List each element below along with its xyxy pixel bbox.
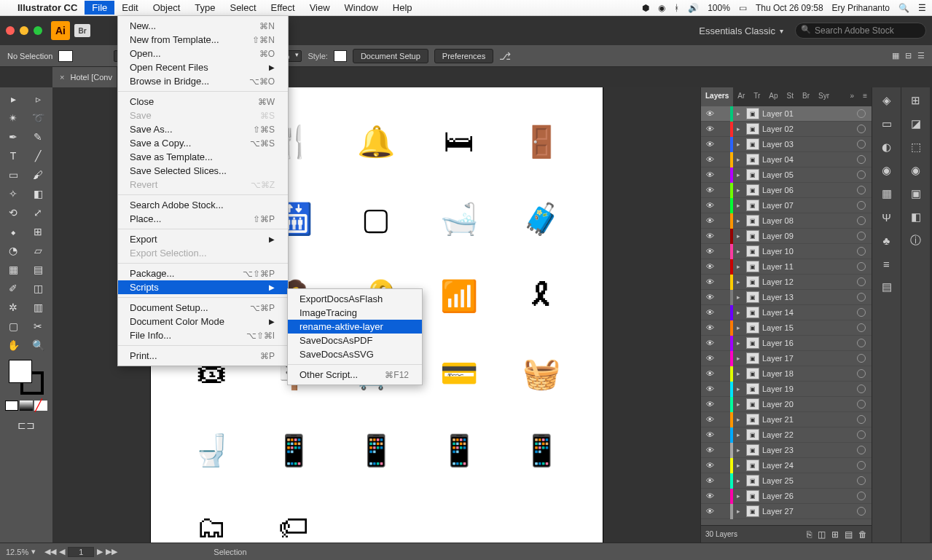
layer-name[interactable]: Layer 23 [762,446,857,454]
menu-item-export[interactable]: Export▶ [118,232,288,246]
layer-name[interactable]: Layer 16 [762,339,857,347]
target-icon[interactable] [857,125,866,133]
layer-row[interactable]: 👁▸▣Layer 14 [701,305,872,320]
pathfinder-icon[interactable]: ◪ [906,115,926,133]
menu-item-save-selected-slices-[interactable]: Save Selected Slices... [118,164,288,178]
chevron-right-icon[interactable]: ▸ [733,370,743,377]
user-name[interactable]: Ery Prihananto [832,3,890,13]
layer-row[interactable]: 👁▸▣Layer 05 [701,167,872,183]
menu-item-place-[interactable]: Place...⇧⌘P [118,212,288,226]
visibility-icon[interactable]: 👁 [701,430,718,439]
artwork-icon[interactable]: ▢ [337,182,415,255]
target-icon[interactable] [857,201,866,210]
chevron-right-icon[interactable]: ▸ [733,263,743,270]
layer-row[interactable]: 👁▸▣Layer 20 [701,397,872,412]
transparency-icon[interactable]: ◧ [906,208,926,226]
info-icon[interactable]: ⓘ [906,232,926,249]
artwork-icon[interactable]: 📱 [255,414,333,486]
script-item-exportdocsasflash[interactable]: ExportDocsAsFlash [288,292,422,306]
visibility-icon[interactable]: 👁 [701,369,718,378]
layer-name[interactable]: Layer 19 [762,384,857,393]
menu-item-open-recent-files[interactable]: Open Recent Files▶ [118,60,288,74]
menu-item-save-as-template-[interactable]: Save as Template... [118,150,288,164]
graphic-styles-icon[interactable]: ▣ [906,185,926,202]
graph-tool[interactable]: ▥ [26,299,50,316]
appearance-icon[interactable]: ◉ [906,162,926,179]
target-icon[interactable] [857,155,866,164]
menu-item-save-a-copy-[interactable]: Save a Copy...⌥⌘S [118,136,288,150]
type-tool[interactable]: T [1,147,25,165]
stroke-icon[interactable]: ≡ [877,255,897,272]
properties-icon[interactable]: ◈ [877,92,897,109]
menu-item-search-adobe-stock-[interactable]: Search Adobe Stock... [118,198,288,212]
script-item-imagetracing[interactable]: ImageTracing [288,306,422,320]
paintbrush-tool[interactable]: 🖌 [26,166,50,184]
swatches-icon[interactable]: ▦ [877,185,897,202]
menu-icon[interactable]: ☰ [918,3,926,13]
make-clipping-mask-icon[interactable]: ◫ [818,529,826,540]
layer-row[interactable]: 👁▸▣Layer 02 [701,122,872,137]
line-tool[interactable]: ╱ [26,147,50,165]
visibility-icon[interactable]: 👁 [701,507,718,516]
target-icon[interactable] [857,354,866,363]
layer-row[interactable]: 👁▸▣Layer 16 [701,336,872,351]
artwork-icon[interactable]: 🗂 [173,491,251,543]
fill-swatch[interactable] [58,50,73,62]
datetime[interactable]: Thu Oct 26 09:58 [756,3,823,13]
script-item-savedocsassvg[interactable]: SaveDocsAsSVG [288,347,422,361]
target-icon[interactable] [857,339,866,347]
visibility-icon[interactable]: 👁 [701,247,718,256]
chevron-right-icon[interactable]: ▸ [733,492,743,500]
chevron-right-icon[interactable]: ▸ [733,217,743,224]
chevron-right-icon[interactable]: ▸ [733,248,743,255]
chevron-right-icon[interactable]: ▸ [733,202,743,209]
scale-tool[interactable]: ⤢ [26,204,50,221]
layer-row[interactable]: 👁▸▣Layer 09 [701,229,872,244]
layer-name[interactable]: Layer 01 [762,109,857,118]
eraser-tool[interactable]: ◧ [26,185,50,202]
layer-name[interactable]: Layer 22 [762,430,857,439]
layer-row[interactable]: 👁▸▣Layer 26 [701,489,872,504]
dropbox-icon[interactable]: ⬢ [642,3,649,13]
target-icon[interactable] [857,277,866,286]
layer-name[interactable]: Layer 18 [762,369,857,378]
fill-stroke-control[interactable] [9,360,44,395]
chevron-right-icon[interactable]: ▸ [733,416,743,423]
symbol-sprayer-tool[interactable]: ✲ [1,299,25,316]
new-sublayer-icon[interactable]: ⊞ [831,529,839,540]
tab-transparency[interactable]: Tr [749,87,764,106]
layer-name[interactable]: Layer 20 [762,400,857,409]
chevron-right-icon[interactable]: ▸ [733,309,743,316]
align-icon[interactable]: ⊞ [906,92,926,109]
mesh-tool[interactable]: ▦ [1,261,25,278]
close-tab-icon[interactable]: × [60,73,64,82]
artwork-icon[interactable]: 💳 [420,336,498,409]
layer-row[interactable]: 👁▸▣Layer 27 [701,504,872,519]
chevron-right-icon[interactable]: ▸ [733,232,743,240]
panel-menu-icon[interactable]: ☰ [917,51,925,60]
target-icon[interactable] [857,323,866,332]
tab-stroke[interactable]: St [783,87,798,106]
target-icon[interactable] [857,446,866,454]
layer-row[interactable]: 👁▸▣Layer 25 [701,473,872,489]
layer-row[interactable]: 👁▸▣Layer 19 [701,382,872,397]
rotate-tool[interactable]: ⟲ [1,204,25,221]
visibility-icon[interactable]: 👁 [701,109,718,118]
layer-name[interactable]: Layer 27 [762,507,857,516]
layer-name[interactable]: Layer 03 [762,140,857,149]
menu-item-new-from-template-[interactable]: New from Template...⇧⌘N [118,33,288,47]
layer-row[interactable]: 👁▸▣Layer 15 [701,320,872,336]
layer-row[interactable]: 👁▸▣Layer 24 [701,458,872,473]
layer-name[interactable]: Layer 04 [762,155,857,164]
layer-name[interactable]: Layer 08 [762,216,857,225]
panel-expand-icon[interactable]: » [846,87,859,106]
color-mode-fill[interactable] [5,401,18,411]
target-icon[interactable] [857,170,866,179]
target-icon[interactable] [857,232,866,240]
artboard-next-icon[interactable]: ▶▶ [106,547,117,556]
delete-layer-icon[interactable]: 🗑 [858,529,867,540]
maximize-window-button[interactable] [34,26,42,35]
layer-row[interactable]: 👁▸▣Layer 03 [701,137,872,152]
layer-row[interactable]: 👁▸▣Layer 13 [701,290,872,305]
chevron-right-icon[interactable]: ▸ [733,141,743,148]
